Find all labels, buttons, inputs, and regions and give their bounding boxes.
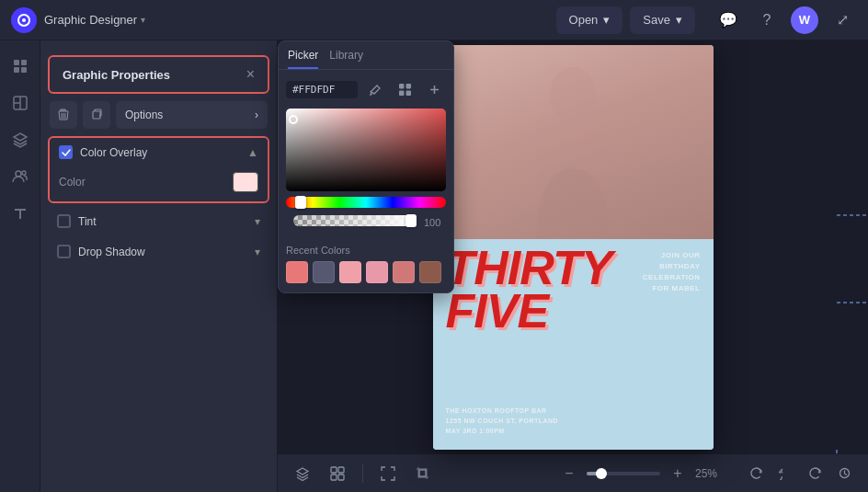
- panel-close-button[interactable]: ×: [246, 66, 255, 83]
- icon-sidebar: [0, 40, 40, 492]
- sidebar-icon-layout[interactable]: [4, 86, 37, 120]
- zoom-in-button[interactable]: +: [666, 462, 690, 486]
- recent-swatches: [286, 261, 446, 283]
- recent-swatch-5[interactable]: [393, 261, 415, 283]
- panel-title: Graphic Properties: [63, 68, 170, 82]
- tint-checkbox[interactable]: [57, 214, 71, 228]
- svg-rect-12: [399, 84, 404, 88]
- svg-rect-14: [399, 90, 404, 95]
- svg-point-1: [22, 18, 26, 22]
- eyedropper-button[interactable]: [363, 77, 387, 101]
- delete-button[interactable]: [50, 101, 77, 129]
- svg-rect-3: [21, 60, 27, 65]
- design-card: THIRTY FIVE JOIN OURBIRTHDAYCELEBRATIONF…: [433, 45, 714, 450]
- recent-swatch-2[interactable]: [313, 261, 335, 283]
- tint-toggle-icon[interactable]: ▾: [255, 215, 260, 228]
- redo-button[interactable]: [802, 461, 828, 486]
- hue-thumb[interactable]: [295, 196, 306, 209]
- save-button[interactable]: Save ▾: [630, 6, 695, 34]
- zoom-slider-thumb[interactable]: [596, 468, 607, 479]
- panel-actions: Options ›: [40, 101, 277, 136]
- color-picker-popup: Picker Library #FFDFDF: [278, 40, 454, 293]
- tint-header[interactable]: Tint ▾: [48, 209, 269, 234]
- bottom-text: THE HOXTON ROOFTOP BAR 1255 NW COUCH ST,…: [446, 406, 559, 437]
- drop-shadow-checkbox[interactable]: [57, 245, 71, 258]
- fit-icon-button[interactable]: [374, 460, 402, 487]
- recent-swatch-4[interactable]: [366, 261, 388, 283]
- expand-icon-button[interactable]: ⤢: [828, 6, 857, 35]
- recent-swatch-1[interactable]: [286, 261, 308, 283]
- svg-rect-5: [21, 67, 27, 73]
- help-icon-button[interactable]: ?: [752, 6, 782, 35]
- zoom-level: 25%: [695, 467, 725, 480]
- design-text-area: THIRTY FIVE JOIN OURBIRTHDAYCELEBRATIONF…: [433, 239, 714, 450]
- crop-icon-button[interactable]: [409, 460, 437, 487]
- svg-point-10: [22, 171, 26, 175]
- tab-library[interactable]: Library: [329, 49, 363, 69]
- open-button[interactable]: Open ▾: [556, 6, 623, 34]
- topbar-icons: 💬 ? W ⤢: [714, 6, 857, 35]
- grid-view-button[interactable]: [393, 77, 417, 101]
- color-overlay-label: Color Overlay: [80, 146, 240, 159]
- opacity-value: 100: [424, 217, 446, 228]
- app-logo: [11, 7, 37, 33]
- drop-shadow-toggle-icon[interactable]: ▾: [255, 246, 260, 258]
- history-button[interactable]: [831, 461, 857, 486]
- color-overlay-toggle-icon[interactable]: ▲: [247, 146, 258, 159]
- options-button[interactable]: Options ›: [116, 101, 268, 129]
- add-color-button[interactable]: [422, 77, 446, 101]
- color-gradient[interactable]: [286, 109, 446, 191]
- user-avatar[interactable]: W: [791, 6, 818, 34]
- svg-rect-33: [419, 470, 426, 476]
- color-overlay-header[interactable]: Color Overlay ▲: [50, 138, 268, 166]
- svg-rect-29: [331, 467, 337, 473]
- color-row: Color: [50, 166, 268, 201]
- opacity-thumb[interactable]: [405, 214, 417, 227]
- zoom-out-button[interactable]: −: [557, 462, 581, 486]
- app-title[interactable]: Graphic Designer ▾: [44, 13, 145, 27]
- recent-swatch-3[interactable]: [339, 261, 361, 283]
- open-chevron-icon: ▾: [603, 13, 610, 27]
- tab-picker[interactable]: Picker: [288, 49, 318, 69]
- photo-placeholder: [433, 45, 714, 256]
- undo-button[interactable]: [772, 461, 798, 486]
- svg-rect-31: [331, 475, 337, 480]
- picker-controls: #FFDFDF: [279, 70, 453, 105]
- chat-icon-button[interactable]: 💬: [714, 6, 743, 35]
- opacity-slider[interactable]: [293, 215, 411, 226]
- drop-shadow-section: Drop Shadow ▾: [48, 239, 269, 264]
- color-swatch[interactable]: [233, 172, 258, 192]
- recent-swatch-6[interactable]: [419, 261, 441, 283]
- refresh-button[interactable]: [743, 461, 769, 486]
- app-name-label: Graphic Designer: [44, 13, 137, 27]
- svg-point-18: [550, 67, 596, 122]
- undo-redo-controls: [743, 461, 857, 486]
- color-overlay-section: Color Overlay ▲ Color: [48, 136, 269, 203]
- zoom-slider[interactable]: [587, 472, 660, 475]
- color-field-label: Color: [59, 176, 86, 189]
- drop-shadow-header[interactable]: Drop Shadow ▾: [48, 239, 269, 264]
- sidebar-icon-layers[interactable]: [4, 123, 37, 156]
- picker-tabs: Picker Library: [279, 41, 453, 70]
- layers-icon-button[interactable]: [289, 460, 316, 487]
- hex-display: #FFDFDF: [286, 81, 358, 98]
- hue-slider[interactable]: [286, 197, 446, 208]
- options-chevron-icon: ›: [255, 109, 258, 121]
- gradient-cursor[interactable]: [289, 115, 298, 124]
- grid-icon-button[interactable]: [324, 460, 351, 487]
- hex-value: #FFDFDF: [292, 84, 335, 96]
- sidebar-icon-users[interactable]: [4, 160, 37, 193]
- svg-rect-11: [93, 111, 100, 119]
- zoom-controls: − + 25%: [557, 462, 725, 486]
- color-overlay-checkbox[interactable]: [59, 145, 73, 159]
- svg-rect-32: [338, 475, 344, 480]
- bottom-bar: − + 25%: [278, 453, 868, 492]
- sidebar-icon-profile[interactable]: [4, 50, 37, 83]
- photo-section: [433, 45, 714, 256]
- svg-rect-4: [14, 67, 19, 73]
- duplicate-button[interactable]: [83, 101, 110, 129]
- drop-shadow-label: Drop Shadow: [78, 246, 247, 258]
- sidebar-icon-text[interactable]: [4, 197, 37, 230]
- recent-colors-section: Recent Colors: [279, 241, 453, 292]
- side-text: JOIN OURBIRTHDAYCELEBRATIONFOR MABEL: [643, 250, 701, 294]
